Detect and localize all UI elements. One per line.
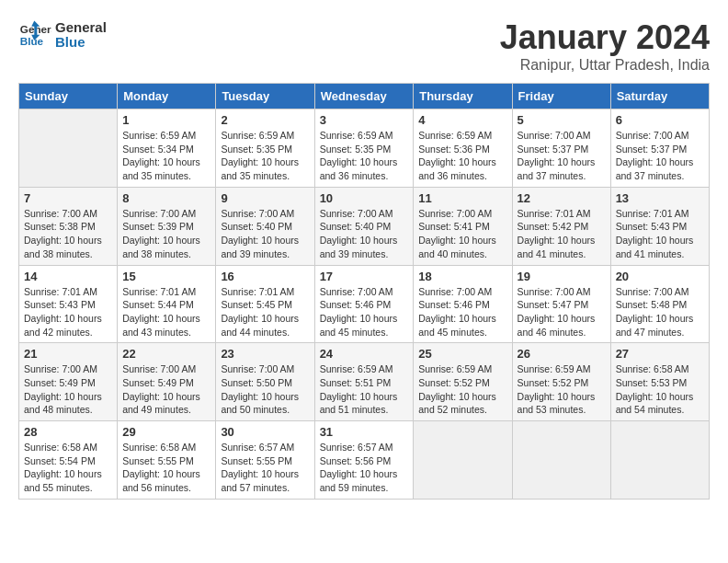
calendar-cell: 10Sunrise: 7:00 AM Sunset: 5:40 PM Dayli… [314, 187, 414, 265]
day-number: 9 [221, 191, 309, 205]
week-row-2: 7Sunrise: 7:00 AM Sunset: 5:38 PM Daylig… [19, 187, 710, 265]
calendar-cell: 8Sunrise: 7:00 AM Sunset: 5:39 PM Daylig… [118, 187, 216, 265]
day-detail: Sunrise: 7:00 AM Sunset: 5:49 PM Dayligh… [24, 362, 112, 417]
calendar-cell [610, 421, 709, 500]
day-number: 7 [24, 191, 112, 205]
calendar-cell: 3Sunrise: 6:59 AM Sunset: 5:35 PM Daylig… [314, 109, 414, 188]
day-detail: Sunrise: 7:01 AM Sunset: 5:43 PM Dayligh… [616, 207, 704, 261]
day-detail: Sunrise: 7:00 AM Sunset: 5:37 PM Dayligh… [518, 129, 606, 183]
calendar-cell: 26Sunrise: 6:59 AM Sunset: 5:52 PM Dayli… [512, 343, 610, 421]
calendar-cell [19, 109, 118, 188]
day-detail: Sunrise: 7:01 AM Sunset: 5:42 PM Dayligh… [518, 207, 606, 261]
logo: General Blue General Blue [18, 18, 107, 52]
calendar-cell [414, 421, 512, 500]
day-number: 13 [616, 191, 704, 205]
calendar-cell: 18Sunrise: 7:00 AM Sunset: 5:46 PM Dayli… [414, 265, 512, 343]
day-number: 21 [24, 347, 112, 361]
day-number: 11 [418, 191, 506, 205]
calendar-cell: 19Sunrise: 7:00 AM Sunset: 5:47 PM Dayli… [512, 265, 610, 343]
day-number: 17 [320, 270, 409, 283]
calendar-cell: 2Sunrise: 6:59 AM Sunset: 5:35 PM Daylig… [216, 109, 314, 188]
day-number: 1 [122, 113, 210, 127]
calendar-cell: 20Sunrise: 7:00 AM Sunset: 5:48 PM Dayli… [610, 265, 709, 343]
title-area: January 2024 Ranipur, Uttar Pradesh, Ind… [500, 18, 710, 74]
calendar-cell: 14Sunrise: 7:01 AM Sunset: 5:43 PM Dayli… [19, 265, 118, 343]
day-number: 23 [221, 347, 309, 361]
day-number: 12 [518, 191, 606, 205]
day-number: 8 [122, 191, 210, 205]
day-number: 10 [320, 191, 409, 205]
day-number: 24 [320, 347, 409, 361]
col-header-friday: Friday [512, 84, 610, 109]
col-header-sunday: Sunday [19, 84, 118, 109]
calendar-subtitle: Ranipur, Uttar Pradesh, India [500, 57, 710, 74]
day-detail: Sunrise: 7:00 AM Sunset: 5:39 PM Dayligh… [122, 207, 210, 261]
calendar-title: January 2024 [500, 18, 710, 57]
calendar-cell: 31Sunrise: 6:57 AM Sunset: 5:56 PM Dayli… [314, 421, 414, 500]
day-detail: Sunrise: 6:57 AM Sunset: 5:55 PM Dayligh… [221, 441, 309, 495]
day-detail: Sunrise: 7:00 AM Sunset: 5:46 PM Dayligh… [418, 285, 506, 339]
day-detail: Sunrise: 6:58 AM Sunset: 5:55 PM Dayligh… [122, 441, 210, 495]
calendar-cell: 21Sunrise: 7:00 AM Sunset: 5:49 PM Dayli… [19, 343, 118, 421]
day-detail: Sunrise: 7:00 AM Sunset: 5:48 PM Dayligh… [616, 285, 704, 339]
day-number: 31 [320, 425, 409, 439]
day-detail: Sunrise: 6:59 AM Sunset: 5:51 PM Dayligh… [320, 362, 409, 417]
day-number: 4 [418, 113, 506, 127]
day-number: 2 [221, 113, 309, 127]
day-detail: Sunrise: 7:01 AM Sunset: 5:43 PM Dayligh… [24, 285, 112, 339]
calendar-cell: 30Sunrise: 6:57 AM Sunset: 5:55 PM Dayli… [216, 421, 314, 500]
day-detail: Sunrise: 6:59 AM Sunset: 5:34 PM Dayligh… [122, 129, 210, 183]
logo-blue: Blue [55, 35, 107, 51]
calendar-cell: 23Sunrise: 7:00 AM Sunset: 5:50 PM Dayli… [216, 343, 314, 421]
day-detail: Sunrise: 6:59 AM Sunset: 5:52 PM Dayligh… [518, 362, 606, 417]
calendar-cell: 12Sunrise: 7:01 AM Sunset: 5:42 PM Dayli… [512, 187, 610, 265]
day-detail: Sunrise: 6:59 AM Sunset: 5:36 PM Dayligh… [418, 129, 506, 183]
logo-icon: General Blue [18, 18, 51, 52]
calendar-cell: 7Sunrise: 7:00 AM Sunset: 5:38 PM Daylig… [19, 187, 118, 265]
day-detail: Sunrise: 6:58 AM Sunset: 5:53 PM Dayligh… [616, 362, 704, 417]
calendar-cell: 9Sunrise: 7:00 AM Sunset: 5:40 PM Daylig… [216, 187, 314, 265]
day-number: 22 [122, 347, 210, 361]
week-row-3: 14Sunrise: 7:01 AM Sunset: 5:43 PM Dayli… [19, 265, 710, 343]
day-number: 5 [518, 113, 606, 127]
day-detail: Sunrise: 7:00 AM Sunset: 5:38 PM Dayligh… [24, 207, 112, 261]
header-row: SundayMondayTuesdayWednesdayThursdayFrid… [19, 84, 710, 109]
day-detail: Sunrise: 7:00 AM Sunset: 5:47 PM Dayligh… [518, 285, 606, 339]
day-number: 27 [616, 347, 704, 361]
day-detail: Sunrise: 7:00 AM Sunset: 5:46 PM Dayligh… [320, 285, 409, 339]
day-number: 25 [418, 347, 506, 361]
calendar-cell: 17Sunrise: 7:00 AM Sunset: 5:46 PM Dayli… [314, 265, 414, 343]
day-number: 15 [122, 270, 210, 283]
day-number: 6 [616, 113, 704, 127]
calendar-cell: 13Sunrise: 7:01 AM Sunset: 5:43 PM Dayli… [610, 187, 709, 265]
day-number: 26 [518, 347, 606, 361]
calendar-cell: 15Sunrise: 7:01 AM Sunset: 5:44 PM Dayli… [118, 265, 216, 343]
day-number: 3 [320, 113, 409, 127]
week-row-1: 1Sunrise: 6:59 AM Sunset: 5:34 PM Daylig… [19, 109, 710, 188]
calendar-cell: 28Sunrise: 6:58 AM Sunset: 5:54 PM Dayli… [19, 421, 118, 500]
week-row-4: 21Sunrise: 7:00 AM Sunset: 5:49 PM Dayli… [19, 343, 710, 421]
day-detail: Sunrise: 7:00 AM Sunset: 5:40 PM Dayligh… [221, 207, 309, 261]
calendar-cell: 27Sunrise: 6:58 AM Sunset: 5:53 PM Dayli… [610, 343, 709, 421]
calendar-cell: 4Sunrise: 6:59 AM Sunset: 5:36 PM Daylig… [414, 109, 512, 188]
day-number: 30 [221, 425, 309, 439]
calendar-cell: 25Sunrise: 6:59 AM Sunset: 5:52 PM Dayli… [414, 343, 512, 421]
day-detail: Sunrise: 7:01 AM Sunset: 5:45 PM Dayligh… [221, 285, 309, 339]
day-number: 18 [418, 270, 506, 283]
day-number: 20 [616, 270, 704, 283]
calendar-cell: 1Sunrise: 6:59 AM Sunset: 5:34 PM Daylig… [118, 109, 216, 188]
calendar-cell: 6Sunrise: 7:00 AM Sunset: 5:37 PM Daylig… [610, 109, 709, 188]
day-detail: Sunrise: 6:58 AM Sunset: 5:54 PM Dayligh… [24, 441, 112, 495]
day-detail: Sunrise: 7:00 AM Sunset: 5:41 PM Dayligh… [418, 207, 506, 261]
day-detail: Sunrise: 6:59 AM Sunset: 5:52 PM Dayligh… [418, 362, 506, 417]
calendar-cell: 16Sunrise: 7:01 AM Sunset: 5:45 PM Dayli… [216, 265, 314, 343]
calendar-cell: 24Sunrise: 6:59 AM Sunset: 5:51 PM Dayli… [314, 343, 414, 421]
calendar-cell: 22Sunrise: 7:00 AM Sunset: 5:49 PM Dayli… [118, 343, 216, 421]
calendar-cell: 11Sunrise: 7:00 AM Sunset: 5:41 PM Dayli… [414, 187, 512, 265]
calendar-cell [512, 421, 610, 500]
col-header-tuesday: Tuesday [216, 84, 314, 109]
col-header-wednesday: Wednesday [314, 84, 414, 109]
day-detail: Sunrise: 7:00 AM Sunset: 5:49 PM Dayligh… [122, 362, 210, 417]
logo-general: General [55, 20, 107, 36]
day-detail: Sunrise: 7:01 AM Sunset: 5:44 PM Dayligh… [122, 285, 210, 339]
